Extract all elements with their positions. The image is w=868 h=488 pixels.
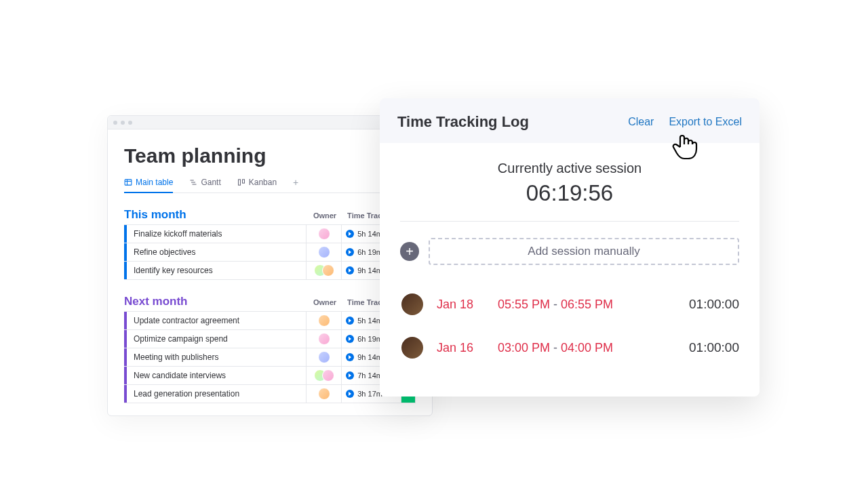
row-owner[interactable] — [307, 367, 342, 384]
log-title: Time Tracking Log — [397, 113, 529, 131]
add-session-plus-icon[interactable]: + — [400, 242, 419, 261]
session-row[interactable]: Jan 18 05:55 PM - 06:55 PM 01:00:00 — [400, 283, 739, 326]
cursor-hand-icon — [671, 133, 698, 164]
row-owner[interactable] — [307, 225, 342, 243]
board-title: Team planning — [124, 144, 416, 167]
group-header: This month Owner Time Tracking — [124, 208, 416, 222]
board-tabs: Main table Gantt Kanban + — [124, 177, 416, 193]
avatar — [322, 369, 334, 382]
avatar — [400, 336, 425, 360]
gantt-icon — [189, 178, 197, 186]
active-session-timer: 06:19:56 — [400, 180, 739, 206]
session-time-range: 03:00 PM - 04:00 PM — [498, 341, 613, 355]
divider — [400, 221, 739, 222]
play-icon[interactable] — [346, 335, 354, 343]
traffic-dot — [128, 121, 132, 125]
avatar — [318, 351, 330, 363]
row-owner[interactable] — [307, 243, 342, 261]
group-title[interactable]: This month — [124, 208, 186, 222]
traffic-dot — [121, 121, 125, 125]
row-name[interactable]: Identify key resources — [127, 262, 307, 279]
table-icon — [124, 178, 132, 186]
row-name[interactable]: New candidate interviews — [127, 367, 307, 384]
row-name[interactable]: Finalize kickoff materials — [127, 225, 307, 243]
group-this-month: This month Owner Time Tracking Finalize … — [124, 208, 416, 280]
group-header: Next month Owner Time Tracking — [124, 295, 416, 308]
add-session-manually-button[interactable]: Add session manually — [429, 238, 739, 265]
row-name[interactable]: Optimize campaign spend — [127, 330, 307, 348]
avatar — [322, 264, 334, 277]
row-owner[interactable] — [307, 262, 342, 279]
col-owner: Owner — [307, 298, 342, 306]
log-actions: Clear Export to Excel — [628, 116, 742, 128]
play-icon[interactable] — [346, 230, 354, 238]
session-row[interactable]: Jan 16 03:00 PM - 04:00 PM 01:00:00 — [400, 326, 739, 369]
group-rows: Finalize kickoff materials 5h 14m 27s Re… — [124, 224, 416, 280]
table-row[interactable]: Identify key resources 9h 14m 27s — [124, 262, 416, 280]
avatar — [318, 333, 330, 345]
group-title[interactable]: Next month — [124, 295, 188, 308]
row-name[interactable]: Refine objectives — [127, 243, 307, 261]
play-icon[interactable] — [346, 248, 354, 256]
row-owner[interactable] — [307, 312, 342, 329]
session-start: 03:00 PM — [498, 341, 550, 354]
play-icon[interactable] — [346, 266, 354, 274]
row-owner[interactable] — [307, 348, 342, 366]
session-time-range: 05:55 PM - 06:55 PM — [498, 298, 613, 312]
session-date: Jan 18 — [437, 298, 486, 312]
session-duration: 01:00:00 — [689, 297, 739, 312]
session-date: Jan 16 — [437, 341, 486, 355]
tab-add[interactable]: + — [293, 177, 298, 192]
col-owner: Owner — [307, 211, 342, 220]
log-body: Currently active session 06:19:56 + Add … — [380, 143, 760, 396]
svg-rect-7 — [242, 180, 244, 183]
row-owner[interactable] — [307, 330, 342, 348]
add-session-row: + Add session manually — [400, 238, 739, 265]
time-tracking-log-panel: Time Tracking Log Clear Export to Excel … — [380, 98, 760, 396]
play-icon[interactable] — [346, 353, 354, 361]
avatar — [318, 246, 330, 258]
play-icon[interactable] — [346, 371, 354, 380]
row-name[interactable]: Lead generation presentation — [127, 385, 307, 403]
table-row[interactable]: Finalize kickoff materials 5h 14m 27s — [124, 225, 416, 243]
play-icon[interactable] — [346, 390, 354, 398]
table-row[interactable]: Optimize campaign spend 6h 19m 56s — [124, 330, 416, 348]
avatar-stack — [314, 264, 334, 277]
kanban-icon — [237, 178, 245, 186]
table-row[interactable]: New candidate interviews 7h 14m 27s — [124, 367, 416, 385]
traffic-dot — [113, 121, 117, 125]
table-row[interactable]: Lead generation presentation 3h 17m 16s — [124, 385, 416, 403]
svg-rect-6 — [238, 180, 240, 185]
dash: - — [553, 298, 561, 311]
log-header: Time Tracking Log Clear Export to Excel — [380, 98, 760, 143]
clear-button[interactable]: Clear — [628, 116, 654, 128]
dash: - — [553, 341, 561, 354]
plus-icon: + — [293, 177, 298, 188]
active-session: Currently active session 06:19:56 — [400, 161, 739, 206]
tab-main-table[interactable]: Main table — [124, 178, 173, 193]
avatar — [400, 292, 425, 317]
avatar — [318, 228, 330, 240]
avatar-stack — [314, 369, 334, 382]
export-to-excel-button[interactable]: Export to Excel — [669, 116, 742, 128]
tab-label: Gantt — [201, 178, 220, 187]
add-session-label: Add session manually — [528, 245, 639, 258]
row-name[interactable]: Meeting with publishers — [127, 348, 307, 366]
tab-label: Main table — [136, 178, 173, 187]
tab-kanban[interactable]: Kanban — [237, 178, 277, 192]
avatar — [318, 314, 330, 327]
row-name[interactable]: Update contractor agreement — [127, 312, 307, 329]
svg-rect-0 — [125, 179, 132, 184]
row-owner[interactable] — [307, 385, 342, 403]
group-rows: Update contractor agreement 5h 14m 27s O… — [124, 311, 416, 403]
table-row[interactable]: Update contractor agreement 5h 14m 27s — [124, 312, 416, 330]
session-start: 05:55 PM — [498, 298, 550, 311]
table-row[interactable]: Meeting with publishers 9h 14m 27s — [124, 348, 416, 367]
tab-gantt[interactable]: Gantt — [189, 178, 220, 192]
session-end: 04:00 PM — [561, 341, 613, 354]
session-end: 06:55 PM — [561, 298, 613, 311]
avatar — [318, 388, 330, 400]
tab-label: Kanban — [249, 178, 277, 187]
table-row[interactable]: Refine objectives 6h 19m 56s — [124, 243, 416, 262]
play-icon[interactable] — [346, 317, 354, 325]
